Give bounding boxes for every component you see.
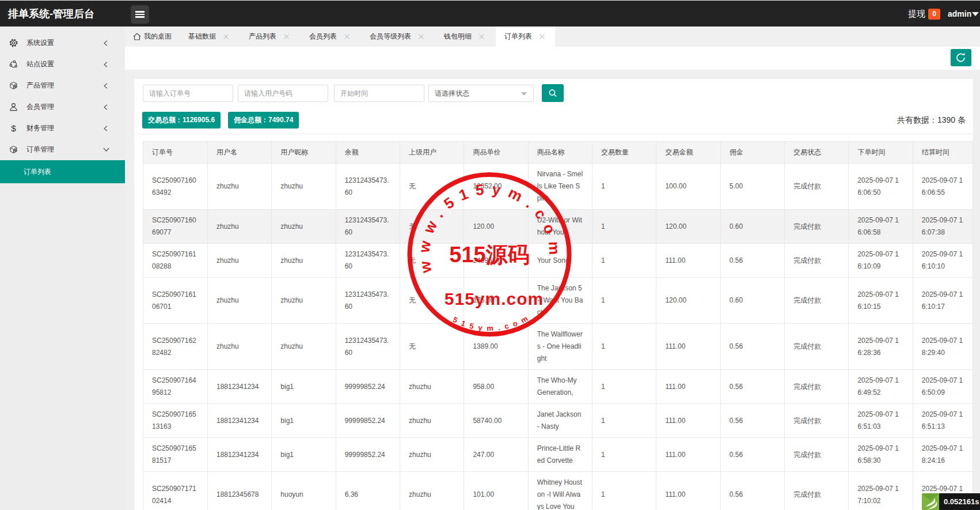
svg-text:$: $ [11,124,16,133]
svg-text:515ym.com: 515ym.com [445,289,544,308]
svg-text:515源码: 515源码 [449,243,529,267]
